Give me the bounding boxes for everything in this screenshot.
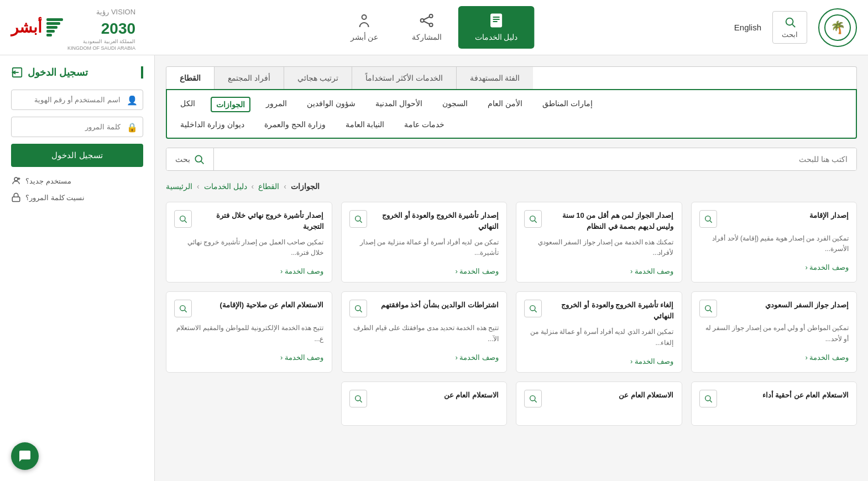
search-card-icon [704,215,713,223]
service-card-3: إصدار تأشيرة الخروج والعودة أو الخروج ال… [341,202,508,283]
card-icon-btn-2[interactable] [524,210,542,228]
sub-tab-hajj[interactable]: وزارة الحج والعمرة [260,118,330,131]
sub-tab-expats[interactable]: شؤون الوافدين [302,97,360,112]
search-label: ابحث [782,30,798,39]
card-link-3[interactable]: وصف الخدمة ‹ [342,264,507,282]
card-body-2: تمكنك هذه الخدمة من إصدار جواز السفر الس… [516,237,682,264]
vision-logo: VISION رؤية 2030 المملكة العربية السعودي… [11,3,135,51]
nav-guide[interactable]: دليل الخدمات [458,6,535,49]
card-link-4[interactable]: وصف الخدمة ‹ [166,264,332,282]
tab-hijabi[interactable]: ترتيب هجائي [284,67,352,89]
card-icon-btn-7[interactable] [349,300,367,317]
card-link-7[interactable]: وصف الخدمة ‹ [342,350,507,368]
sidebar: تسجيل الدخول 👤 🔒 تسجيل الدخول مستخدم جدي… [0,55,155,481]
breadcrumb-guide[interactable]: دليل الخدمات [204,182,247,191]
tab-sector[interactable]: القطاع [166,67,215,89]
svg-point-9 [421,19,424,22]
language-switcher[interactable]: English [734,23,761,32]
svg-point-30 [180,306,185,311]
tab-most-used[interactable]: الخدمات الأكثر استخداماً [352,67,457,89]
sub-tabs-row: إمارات المناطق الأمن العام السجون الأحوا… [176,97,847,112]
svg-line-12 [424,22,430,24]
nav-about[interactable]: عن أبشر [334,6,395,49]
card-icon-btn-6[interactable] [524,300,542,317]
card-icon-btn-11[interactable] [349,390,367,407]
sub-tab-general[interactable]: خدمات عامة [400,118,449,131]
card-title-6: إلغاء تأشيرة الخروج والعودة أو الخروج ال… [546,300,674,321]
new-user-link[interactable]: مستخدم جديد؟ [11,176,143,186]
sub-tab-civil[interactable]: الأحوال المدنية [371,97,427,112]
search-card-icon [179,304,187,313]
card-link-6[interactable]: وصف الخدمة ‹ [516,354,682,372]
chat-bubble[interactable] [11,442,39,470]
sub-tab-emirates[interactable]: إمارات المناطق [538,97,597,112]
card-body-1: تمكين الفرد من إصدار هوية مقيم (إقامة) ل… [692,233,857,260]
tab-target[interactable]: الفئة المستهدفة [457,67,534,89]
card-link-5[interactable]: وصف الخدمة ‹ [692,350,857,368]
username-input[interactable] [11,90,143,110]
card-icon-btn-9[interactable] [699,390,717,407]
svg-line-25 [710,310,712,312]
sub-tab-all[interactable]: الكل [176,97,200,112]
password-input[interactable] [11,117,143,137]
card-header-10: الاستعلام العام عن [516,382,682,413]
main-layout: الفئة المستهدفة الخدمات الأكثر استخداماً… [0,55,868,481]
sub-tab-security[interactable]: الأمن العام [483,97,527,112]
card-body-3: تمكن من لديه أفراد أسرة أو عمالة منزلية … [342,237,507,264]
sub-tab-interior[interactable]: ديوان وزارة الداخلية [176,118,249,131]
card-link-8[interactable]: وصف الخدمة ‹ [166,350,332,368]
card-link-1[interactable]: وصف الخدمة ‹ [692,260,857,278]
svg-point-22 [180,216,185,221]
search-card-icon [529,304,537,313]
service-card-9: الاستعلام العام عن أحقية أداء [691,381,857,426]
card-link-2[interactable]: وصف الخدمة ‹ [516,264,682,282]
tab-community[interactable]: أفراد المجتمع [215,67,284,89]
card-title-9: الاستعلام العام عن أحقية أداء [721,390,849,401]
search-input[interactable] [214,148,856,170]
svg-rect-4 [490,14,501,27]
cards-grid-bottom: الاستعلام العام عن أحقية أداء الاستعلام … [166,381,857,426]
sub-tab-prisons[interactable]: السجون [438,97,472,112]
service-card-8: الاستعلام العام عن صلاحية (الإقامة) تتيح… [166,291,332,372]
search-card-icon [529,215,537,223]
service-card-5: إصدار جواز السفر السعودي تمكين المواطن أ… [691,291,857,372]
header-right: 🌴 ابحث English [734,8,857,47]
card-icon-btn-4[interactable] [174,210,192,228]
card-header-3: إصدار تأشيرة الخروج والعودة أو الخروج ال… [342,202,507,237]
card-header-5: إصدار جواز السفر السعودي [692,292,857,323]
header: 🌴 ابحث English دليل الخدمات [0,0,868,55]
sub-tab-passports[interactable]: الجوازات [211,97,250,112]
header-nav: دليل الخدمات المشاركة عن أبشر [334,6,535,49]
service-card-2: إصدار الجواز لمن هم أقل من 10 سنة وليس ل… [516,202,682,283]
card-title-2: إصدار الجواز لمن هم أقل من 10 سنة وليس ل… [546,210,674,232]
chat-icon [18,449,32,463]
search-icon [194,154,205,165]
card-body-7: تتيح هذه الخدمة تحديد مدى موافقتك على قي… [342,323,507,349]
search-submit-button[interactable]: بحث [166,148,214,170]
card-icon-btn-5[interactable] [699,300,717,317]
search-button[interactable]: ابحث [772,11,807,44]
card-header-6: إلغاء تأشيرة الخروج والعودة أو الخروج ال… [516,292,682,327]
svg-point-32 [705,395,710,400]
card-icon-btn-10[interactable] [524,390,542,407]
breadcrumb-current: الجوازات [291,182,320,191]
breadcrumb-home[interactable]: الرئيسية [166,182,192,191]
login-button[interactable]: تسجيل الدخول [11,144,143,167]
card-icon-btn-1[interactable] [699,210,717,228]
nav-share[interactable]: المشاركة [395,6,458,49]
card-title-7: اشتراطات الوالدين بشأن أخذ موافقتهم [372,300,499,311]
content-area: الفئة المستهدفة الخدمات الأكثر استخداماً… [155,55,868,481]
card-body-6: تمكين الفرد الذي لديه أفراد أسرة أو عمال… [516,327,682,353]
svg-point-20 [355,216,360,221]
login-icon [11,66,23,79]
card-icon-btn-8[interactable] [174,300,192,317]
sub-tab-traffic[interactable]: المرور [262,97,291,112]
government-logo: 🌴 [818,8,857,47]
tabs-row: الفئة المستهدفة الخدمات الأكثر استخداماً… [166,66,857,89]
vision-country: المملكة العربية السعوديةKINGDOM OF SAUDI… [67,39,135,51]
card-icon-btn-3[interactable] [349,210,367,228]
card-body-8: تتيح هذه الخدمة الإلكترونية للمواطن والم… [166,323,332,349]
forgot-password-link[interactable]: نسيت كلمة المرور؟ [11,192,143,202]
breadcrumb-sector[interactable]: القطاع [258,182,279,191]
sub-tab-prosecution[interactable]: النيابة العامة [341,118,389,131]
